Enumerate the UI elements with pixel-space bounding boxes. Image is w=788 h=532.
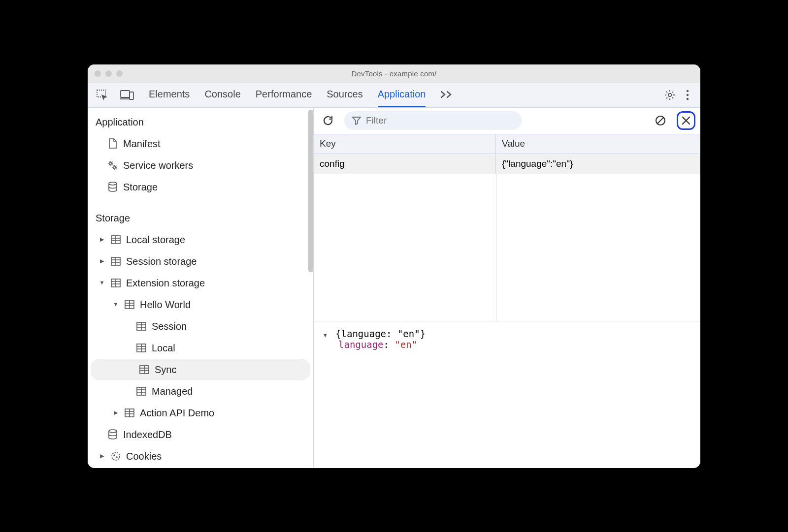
cell-key[interactable]: config	[314, 154, 496, 174]
svg-point-21	[114, 455, 115, 456]
file-icon	[107, 138, 118, 149]
sidebar-item-hello-world[interactable]: ▼ Hello World	[88, 294, 313, 315]
table-icon	[110, 234, 121, 245]
table-icon	[136, 321, 147, 332]
sidebar-item-label: Service workers	[123, 157, 193, 173]
sidebar-item-label: Local	[152, 340, 175, 356]
tab-sources[interactable]: Sources	[327, 83, 362, 107]
sidebar-item-label: Session storage	[126, 253, 197, 269]
storage-grid-row[interactable]: config {"language":"en"}	[314, 154, 700, 174]
preview-key: language	[338, 339, 384, 350]
database-icon	[107, 182, 118, 192]
table-icon	[110, 278, 121, 288]
application-sidebar: Application Manifest Service workers	[88, 108, 314, 468]
table-icon	[136, 343, 147, 353]
preview-property[interactable]: language: "en"	[338, 339, 690, 350]
sidebar-item-ext-sync[interactable]: Sync	[91, 359, 310, 380]
column-divider[interactable]	[496, 174, 496, 321]
storage-grid-header: Key Value	[314, 134, 700, 154]
sidebar-item-cookies[interactable]: ▶ Cookies	[88, 445, 313, 467]
svg-point-22	[116, 457, 117, 458]
gears-icon	[107, 160, 118, 171]
table-icon	[139, 364, 150, 375]
svg-point-4	[687, 90, 689, 92]
table-icon	[136, 386, 147, 397]
storage-toolbar	[314, 108, 700, 134]
svg-point-8	[114, 166, 116, 168]
svg-point-9	[109, 182, 117, 185]
tab-performance[interactable]: Performance	[256, 83, 312, 107]
devtools-window: DevTools - example.com/ Elements Console	[88, 64, 700, 468]
column-header-key[interactable]: Key	[314, 134, 496, 154]
device-toolbar-icon[interactable]	[120, 90, 134, 100]
sidebar-item-label: Session	[152, 318, 187, 334]
delete-selected-button[interactable]	[677, 111, 695, 130]
tab-elements[interactable]: Elements	[149, 83, 190, 107]
table-icon	[124, 299, 135, 310]
inspect-element-icon[interactable]	[97, 90, 109, 100]
sidebar-item-manifest[interactable]: Manifest	[88, 133, 313, 155]
chevron-down-icon: ▼	[324, 332, 327, 339]
more-tabs-button[interactable]	[440, 83, 453, 107]
preview-summary[interactable]: ▼ {language: "en"}	[324, 328, 690, 339]
chevron-right-icon: ▶	[112, 408, 119, 417]
sidebar-item-ext-session[interactable]: Session	[88, 315, 313, 337]
sidebar-item-label: Managed	[152, 383, 193, 399]
clear-all-button[interactable]	[651, 111, 670, 130]
chevron-right-icon: ▶	[98, 452, 105, 461]
devtools-tabbar: Elements Console Performance Sources App…	[88, 83, 700, 108]
svg-point-7	[110, 162, 112, 164]
svg-rect-1	[121, 91, 130, 97]
kebab-menu-icon[interactable]	[686, 90, 690, 100]
chevron-down-icon: ▼	[112, 300, 119, 309]
storage-grid-body[interactable]	[314, 174, 700, 321]
window-title: DevTools - example.com/	[88, 69, 700, 78]
sidebar-item-storage-app[interactable]: Storage	[88, 176, 313, 198]
svg-point-5	[687, 94, 689, 96]
cell-value[interactable]: {"language":"en"}	[496, 154, 700, 174]
preview-summary-text: {language: "en"}	[335, 328, 426, 339]
tab-console[interactable]: Console	[204, 83, 240, 107]
filter-icon	[352, 116, 361, 125]
sidebar-item-label: Sync	[155, 362, 176, 377]
sidebar-item-local-storage[interactable]: ▶ Local storage	[88, 229, 313, 250]
sidebar-item-action-api-demo[interactable]: ▶ Action API Demo	[88, 402, 313, 424]
table-icon	[110, 256, 121, 267]
refresh-button[interactable]	[319, 111, 337, 130]
preview-value: "en"	[394, 339, 417, 350]
section-storage: Storage	[88, 209, 313, 229]
sidebar-item-extension-storage[interactable]: ▼ Extension storage	[88, 272, 313, 294]
value-preview: ▼ {language: "en"} language: "en"	[314, 321, 700, 468]
table-icon	[124, 407, 135, 418]
sidebar-item-ext-managed[interactable]: Managed	[88, 380, 313, 402]
filter-input[interactable]	[366, 115, 514, 126]
sidebar-item-label: IndexedDB	[123, 427, 172, 442]
sidebar-item-label: Cookies	[126, 448, 162, 464]
sidebar-item-label: Extension storage	[126, 275, 205, 291]
sidebar-item-service-workers[interactable]: Service workers	[88, 155, 313, 176]
database-icon	[107, 429, 118, 440]
column-header-value[interactable]: Value	[496, 134, 700, 154]
settings-icon[interactable]	[664, 89, 676, 101]
tab-application[interactable]: Application	[378, 83, 426, 107]
svg-point-20	[112, 452, 120, 460]
cookie-icon	[110, 451, 121, 462]
sidebar-item-indexeddb[interactable]: IndexedDB	[88, 424, 313, 445]
sidebar-item-label: Action API Demo	[140, 405, 214, 421]
svg-point-6	[687, 98, 689, 100]
window-titlebar: DevTools - example.com/	[88, 64, 700, 83]
sidebar-item-session-storage[interactable]: ▶ Session storage	[88, 250, 313, 272]
panel-tabs: Elements Console Performance Sources App…	[149, 83, 664, 107]
sidebar-item-label: Hello World	[140, 297, 191, 313]
sidebar-item-label: Manifest	[123, 136, 161, 152]
storage-panel: Key Value config {"language":"en"} ▼ {la…	[314, 108, 700, 468]
svg-point-19	[109, 430, 117, 433]
chevron-right-icon: ▶	[98, 235, 105, 244]
sidebar-scrollbar[interactable]	[308, 110, 313, 272]
filter-input-wrapper[interactable]	[344, 111, 522, 130]
chevron-down-icon: ▼	[98, 279, 105, 287]
svg-point-3	[668, 94, 671, 96]
sidebar-item-label: Local storage	[126, 232, 185, 248]
section-application: Application	[88, 113, 313, 133]
sidebar-item-ext-local[interactable]: Local	[88, 337, 313, 359]
